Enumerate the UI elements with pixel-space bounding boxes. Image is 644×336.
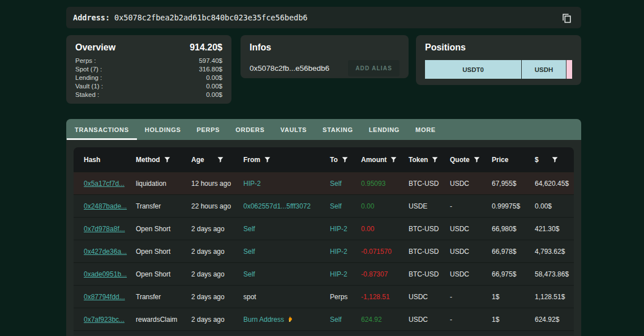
cell-amount: 624.92 — [361, 316, 409, 324]
tab-perps[interactable]: PERPS — [188, 119, 227, 140]
cell-method: Transfer — [136, 202, 191, 210]
filter-icon[interactable] — [164, 156, 171, 163]
overview-row-label: Perps : — [75, 57, 96, 65]
position-segment-usdt0[interactable]: USDT0 — [425, 60, 521, 79]
filter-icon[interactable] — [264, 156, 271, 163]
overview-row: Vault (1) :0.00$ — [75, 82, 222, 91]
hash-link[interactable]: 0x5a17cf7d... — [84, 180, 124, 188]
cell-price: 1$ — [492, 293, 535, 301]
from-link[interactable]: HIP-2 — [243, 180, 261, 188]
column-label: Quote — [450, 156, 470, 164]
cell-usd: 64,620.45$ — [535, 180, 572, 188]
address-value: 0x5078c2fbea2b2ad61bc840bc023e35fce56bed… — [114, 13, 307, 22]
table-row-partial — [74, 330, 574, 335]
cell-usd: 58,473.86$ — [535, 270, 572, 278]
overview-row-value: 597.40$ — [199, 57, 222, 65]
summary-cards: Overview 914.20$ Perps :597.40$Spot (7) … — [66, 35, 581, 104]
tab-vaults[interactable]: VAULTS — [273, 119, 315, 140]
address-bar: Address: 0x5078c2fbea2b2ad61bc840bc023e3… — [66, 7, 581, 28]
page: Address: 0x5078c2fbea2b2ad61bc840bc023e3… — [0, 0, 644, 336]
positions-card: Positions USDT0USDH — [416, 35, 581, 85]
column-label: From — [243, 156, 260, 164]
cell-hash: 0x7d978a8f... — [84, 225, 136, 233]
cell-price: 1$ — [492, 316, 535, 324]
hash-link[interactable]: 0x427de36a... — [84, 248, 127, 256]
tab-orders[interactable]: ORDERS — [227, 119, 272, 140]
cell-amount: 0.00 — [361, 202, 409, 210]
filter-icon[interactable] — [551, 156, 559, 163]
cell-age: 2 days ago — [191, 316, 243, 324]
cell-quote: - — [450, 202, 492, 210]
filter-icon[interactable] — [390, 156, 397, 163]
hash-link[interactable]: 0x7af923bc... — [84, 316, 124, 324]
filter-icon[interactable] — [341, 156, 349, 163]
cell-hash: 0x427de36a... — [84, 248, 136, 256]
cell-to: Perps — [330, 293, 361, 301]
to-link[interactable]: HIP-2 — [330, 225, 347, 233]
cell-token: BTC-USD — [409, 225, 450, 233]
cell-quote: - — [450, 316, 492, 324]
cell-from: Self — [243, 225, 330, 233]
hash-link[interactable]: 0xade0951b... — [84, 270, 127, 278]
tab-transactions[interactable]: TRANSACTIONS — [67, 119, 137, 140]
from-link[interactable]: Self — [243, 270, 255, 278]
cell-to: Self — [330, 202, 361, 210]
from-link[interactable]: Self — [243, 225, 255, 233]
cell-quote: USDC — [450, 270, 492, 278]
cell-age: 2 days ago — [191, 293, 243, 301]
tab-staking[interactable]: STAKING — [315, 119, 361, 140]
cell-age: 2 days ago — [191, 248, 243, 256]
cell-from: Self — [243, 248, 330, 256]
from-link[interactable]: Self — [243, 248, 255, 256]
hash-link[interactable]: 0x87794fdd... — [84, 293, 125, 301]
to-link[interactable]: HIP-2 — [330, 270, 347, 278]
cell-usd: 1,128.51$ — [535, 293, 572, 301]
hash-link[interactable]: 0x2487bade... — [84, 202, 127, 210]
from-text: spot — [243, 293, 256, 301]
tab-holdings[interactable]: HOLDINGS — [137, 119, 189, 140]
column-header-amount: Amount — [361, 156, 409, 164]
cell-price: 66,980$ — [492, 225, 535, 233]
to-link[interactable]: Self — [330, 180, 342, 188]
cell-amount: -0.071570 — [361, 248, 409, 256]
cell-price: 67,955$ — [492, 180, 535, 188]
cell-amount: 0.95093 — [361, 180, 409, 188]
cell-amount: 0.00 — [361, 225, 409, 233]
filter-icon[interactable] — [473, 156, 480, 163]
overview-breakdown: Perps :597.40$Spot (7) :316.80$Lending :… — [75, 57, 222, 99]
add-alias-button[interactable]: ADD ALIAS — [348, 60, 400, 76]
filter-icon[interactable] — [431, 156, 439, 163]
cell-from: HIP-2 — [243, 180, 330, 188]
to-text: Perps — [330, 293, 347, 301]
cell-usd: 624.92$ — [535, 316, 572, 324]
column-label: Token — [409, 156, 428, 164]
cell-token: BTC-USD — [409, 180, 450, 188]
to-link[interactable]: Self — [330, 202, 342, 210]
tab-bar: TRANSACTIONSHOLDINGSPERPSORDERSVAULTSSTA… — [66, 119, 581, 140]
main-panel: TRANSACTIONSHOLDINGSPERPSORDERSVAULTSSTA… — [66, 119, 581, 336]
overview-row-label: Lending : — [75, 74, 102, 82]
tab-lending[interactable]: LENDING — [361, 119, 407, 140]
filter-icon[interactable] — [217, 156, 224, 163]
cell-price: 66,975$ — [492, 270, 535, 278]
from-link[interactable]: 0x062557d1...5fff3072 — [243, 202, 311, 210]
overview-row: Staked :0.00$ — [75, 91, 222, 99]
tab-more[interactable]: MORE — [407, 119, 444, 140]
to-link[interactable]: HIP-2 — [330, 248, 347, 256]
column-label: Age — [191, 156, 204, 164]
from-link[interactable]: Burn Address — [243, 316, 284, 324]
position-segment[interactable] — [566, 60, 572, 79]
to-link[interactable]: Self — [330, 316, 342, 324]
cell-amount: -1,128.51 — [361, 293, 409, 301]
copy-address-button[interactable] — [559, 10, 574, 25]
position-segment-usdh[interactable]: USDH — [522, 60, 565, 79]
overview-row: Perps :597.40$ — [75, 57, 222, 65]
table-row: 0x7d978a8f...Open Short2 days agoSelfHIP… — [74, 217, 574, 240]
cell-method: Transfer — [136, 293, 191, 301]
hash-link[interactable]: 0x7d978a8f... — [84, 225, 125, 233]
positions-title: Positions — [425, 42, 572, 53]
overview-title: Overview — [75, 42, 115, 53]
positions-bar: USDT0USDH — [425, 60, 572, 79]
column-header-usd: $ — [535, 156, 572, 164]
cell-method: liquidation — [136, 180, 191, 188]
